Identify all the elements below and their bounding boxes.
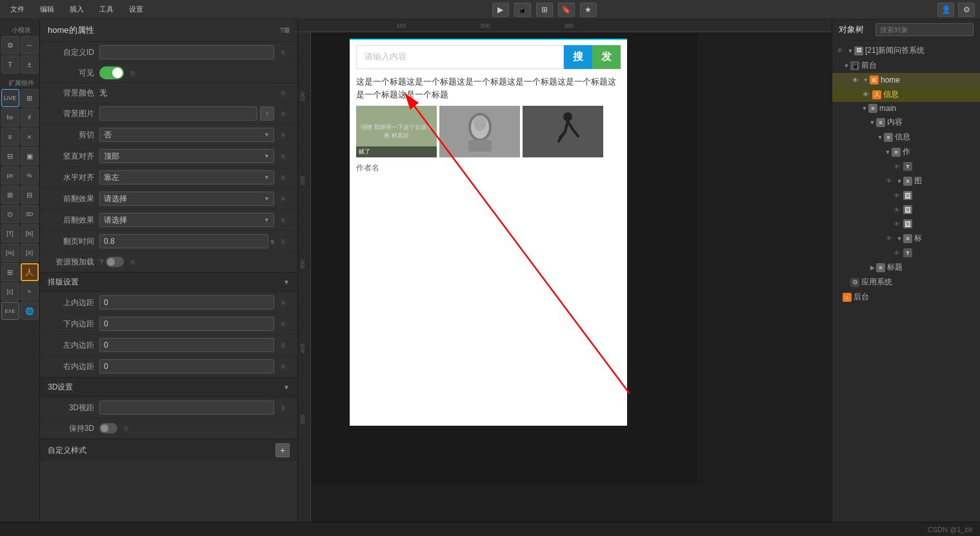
tree-item-app-system[interactable]: ⚙ 应用系统: [832, 275, 980, 290]
prop-3d-keep-copy[interactable]: ⎘: [120, 422, 133, 435]
sidebar-icon-excel[interactable]: ×: [21, 283, 39, 301]
tree-arrow-img-group[interactable]: ▼: [895, 177, 903, 185]
sidebar-icon-px[interactable]: px: [1, 166, 19, 184]
prop-bg-image-copy[interactable]: ⎘: [277, 107, 290, 120]
sidebar-icon-dots[interactable]: ⊞: [1, 263, 19, 281]
prop-flip-time-copy[interactable]: ⎘: [277, 235, 290, 248]
tree-item-img1[interactable]: 👁 🖼: [832, 188, 980, 203]
search-btn-fa[interactable]: 发: [592, 45, 621, 69]
prop-padding-top-copy[interactable]: ⎘: [277, 296, 290, 309]
prop-3d-distance-copy[interactable]: ⎘: [277, 401, 290, 414]
play-btn[interactable]: ▶: [492, 3, 509, 17]
prop-front-effect-copy[interactable]: ⎘: [277, 192, 290, 205]
sidebar-icon-percent-bracket[interactable]: [%]: [1, 244, 19, 262]
prop-bg-image-input[interactable]: [99, 106, 257, 121]
tree-eye-img3[interactable]: 👁: [892, 219, 902, 229]
tree-eye-t2[interactable]: 👁: [892, 248, 902, 258]
section-layout[interactable]: 排版设置 ▼: [40, 272, 297, 292]
tree-item-neirong[interactable]: ▼ ≡ 内容: [832, 115, 980, 130]
prop-padding-left-copy[interactable]: ⎘: [277, 339, 290, 352]
tree-eye-news[interactable]: 👁: [835, 46, 845, 56]
object-tree-search[interactable]: [875, 23, 974, 36]
tree-arrow-news[interactable]: ▼: [846, 47, 854, 55]
prop-3d-distance-input[interactable]: [99, 401, 274, 415]
panel-menu-icon[interactable]: ≡: [284, 25, 290, 36]
phone-btn[interactable]: 📱: [514, 3, 531, 17]
prop-padding-bottom-copy[interactable]: ⎘: [277, 317, 290, 330]
menu-tools[interactable]: 工具: [94, 3, 119, 15]
tree-arrow-biaoti[interactable]: ▶: [868, 264, 876, 272]
bookmark-btn[interactable]: 🔖: [558, 3, 575, 17]
sidebar-icon-exe[interactable]: EXE: [1, 302, 19, 320]
search-btn-sou[interactable]: 搜: [564, 45, 592, 69]
tree-arrow-zuozhe[interactable]: ▼: [884, 148, 892, 156]
prop-custom-id-input[interactable]: [99, 45, 274, 59]
custom-style-add-btn[interactable]: +: [275, 443, 290, 457]
tree-item-zuozhe[interactable]: ▼ ≡ 作: [832, 144, 980, 159]
tree-item-home[interactable]: 👁 ▼ ⊞ home: [832, 73, 980, 87]
tree-eye-t1[interactable]: 👁: [892, 161, 902, 172]
sidebar-icon-3d[interactable]: 3D: [21, 205, 39, 223]
tree-eye-home[interactable]: 👁: [850, 75, 861, 85]
tree-arrow-front[interactable]: ▼: [843, 62, 850, 70]
menu-insert[interactable]: 插入: [65, 3, 89, 15]
prop-3d-keep-toggle[interactable]: [99, 423, 117, 433]
tree-eye-xinxi[interactable]: 👁: [861, 90, 871, 100]
sidebar-icon-live[interactable]: LIVE: [1, 89, 19, 107]
sidebar-icon-list[interactable]: ≡: [1, 128, 19, 146]
sidebar-icon-xinxi[interactable]: 人: [21, 263, 39, 281]
tree-item-img2[interactable]: 👁 🖼: [832, 203, 980, 217]
prop-back-effect-copy[interactable]: ⎘: [277, 213, 290, 226]
menu-settings[interactable]: 设置: [124, 3, 148, 15]
sidebar-icon-layout2[interactable]: ⊟: [21, 186, 39, 204]
prop-valign-copy[interactable]: ⎘: [277, 150, 290, 163]
settings-btn[interactable]: ⚙: [958, 3, 975, 17]
tree-eye-img-group[interactable]: 👁: [884, 176, 894, 186]
tree-arrow-home[interactable]: ▼: [862, 76, 870, 84]
prop-clip-copy[interactable]: ⎘: [277, 128, 290, 141]
prop-padding-bottom-input[interactable]: [99, 317, 274, 331]
prop-padding-right-copy[interactable]: ⎘: [277, 360, 290, 373]
star-btn[interactable]: ★: [580, 3, 597, 17]
sidebar-icon-if[interactable]: if: [21, 108, 39, 126]
canvas-viewport[interactable]: 请输入内容 搜 发 这是一个标题这是一个标题这是一个标题这是一个标题这是一个标题…: [311, 32, 832, 522]
tree-item-t1[interactable]: 👁 T: [832, 159, 980, 174]
tree-item-img-group[interactable]: 👁 ▼ ≡ 图: [832, 174, 980, 188]
prop-preload-toggle[interactable]: [106, 257, 124, 267]
menu-edit[interactable]: 编辑: [35, 3, 59, 15]
tree-arrow-main[interactable]: ▼: [861, 104, 868, 112]
grid-btn[interactable]: ⊞: [536, 3, 553, 17]
tree-eye-img2[interactable]: 👁: [892, 204, 902, 215]
prop-preload-help[interactable]: ?: [99, 258, 103, 266]
prop-bg-image-upload[interactable]: ↑: [260, 106, 274, 121]
prop-flip-time-input[interactable]: [99, 234, 268, 248]
prop-clip-select[interactable]: 否 ▼: [99, 128, 274, 142]
tree-item-biaoti[interactable]: ▶ ≡ 标题: [832, 260, 980, 275]
sidebar-icon-comp[interactable]: ▣: [21, 147, 39, 165]
section-3d[interactable]: 3D设置 ▼: [40, 377, 297, 397]
sidebar-icon-grid2[interactable]: ⊞: [21, 89, 39, 107]
tree-item-main[interactable]: ▼ ≡ main: [832, 102, 980, 115]
tree-item-xinxi2[interactable]: ▼ ≡ 信息: [832, 130, 980, 144]
tree-item-xinxi[interactable]: 👁 人 信息: [832, 87, 980, 102]
prop-valign-select[interactable]: 顶部 ▼: [99, 149, 274, 163]
prop-custom-id-copy[interactable]: ⎘: [277, 46, 290, 59]
tree-item-news-system[interactable]: 👁 ▼ 🖼 [21]新闻问答系统: [832, 43, 980, 58]
prop-halign-select[interactable]: 靠左 ▼: [99, 170, 274, 184]
sidebar-icon-table[interactable]: ⊟: [1, 147, 19, 165]
sidebar-icon-c-bracket[interactable]: [c]: [1, 283, 19, 301]
tree-item-t2[interactable]: 👁 T: [832, 246, 980, 260]
sidebar-icon-layout1[interactable]: ⊞: [1, 186, 19, 204]
sidebar-icon-T-bracket[interactable]: [T]: [1, 224, 19, 243]
prop-halign-copy[interactable]: ⎘: [277, 171, 290, 184]
sidebar-icon-percent[interactable]: %: [21, 166, 39, 184]
tree-item-front-stage[interactable]: ▼ 📱 前台: [832, 58, 980, 73]
prop-visible-toggle[interactable]: [99, 66, 124, 79]
prop-back-effect-select[interactable]: 请选择 ▼: [99, 213, 274, 227]
prop-padding-right-input[interactable]: [99, 359, 274, 373]
search-input-box[interactable]: 请输入内容: [356, 45, 564, 69]
tree-eye-biaoti-group[interactable]: 👁: [884, 233, 894, 244]
prop-preload-copy[interactable]: ⎘: [126, 255, 139, 268]
sidebar-icon-resize[interactable]: ↔: [21, 36, 39, 54]
sidebar-icon-clock[interactable]: ⊙: [1, 205, 19, 223]
